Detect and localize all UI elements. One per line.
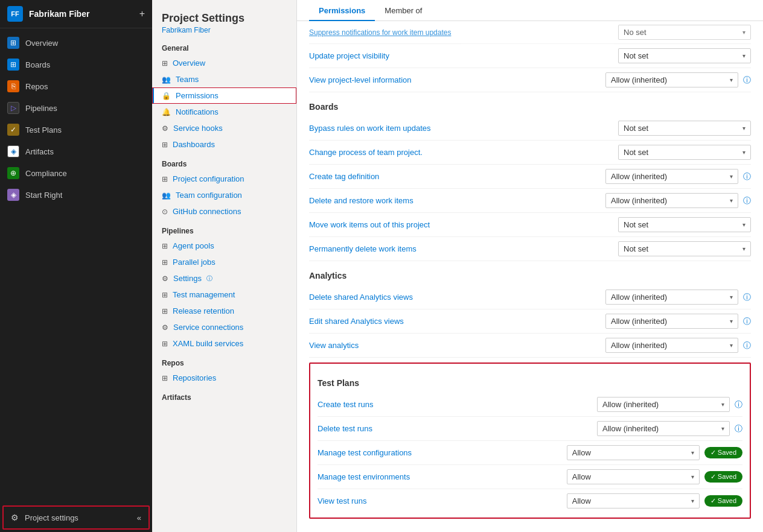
compliance-icon: ⊕: [7, 167, 19, 179]
middle-item-teams[interactable]: 👥 Teams: [152, 71, 296, 87]
perm-value-create-tag: Allow (inherited): [611, 172, 667, 181]
middle-item-projectconfig-label: Project configuration: [173, 174, 244, 183]
middle-item-agentpools[interactable]: ⊞ Agent pools: [152, 238, 296, 254]
middle-item-serviceconn[interactable]: ⚙ Service connections: [152, 319, 296, 335]
chevron-create-test-runs: ▾: [721, 401, 724, 408]
middle-item-releaseretention[interactable]: ⊞ Release retention: [152, 303, 296, 319]
perm-value-change-process: Not set: [624, 148, 648, 157]
chevron-delete-test-runs: ▾: [721, 425, 724, 432]
sidebar-item-label-repos: Repos: [25, 82, 48, 91]
perm-dropdown-manage-test-envs[interactable]: Allow ▾: [567, 469, 700, 484]
middle-item-overview[interactable]: ⊞ Overview: [152, 55, 296, 71]
info-icon-delete-restore[interactable]: ⓘ: [743, 195, 751, 206]
analytics-section-title: Analytics: [309, 261, 751, 285]
project-settings-subtitle: Fabrikam Fiber: [162, 26, 287, 34]
perm-value-view-test-runs: Allow: [572, 496, 591, 505]
perm-dropdown-delete-analytics[interactable]: Allow (inherited) ▾: [605, 290, 738, 305]
content-area: Suppress notifications for work item upd…: [297, 21, 763, 532]
chevron-perm-delete: ▾: [742, 245, 745, 252]
perm-dropdown-update-visibility[interactable]: Not set ▾: [618, 48, 751, 63]
tab-permissions[interactable]: Permissions: [309, 0, 375, 21]
middle-item-settings[interactable]: ⚙ Settings ⓘ: [152, 270, 296, 287]
middle-item-servicehooks-label: Service hooks: [173, 124, 223, 133]
sidebar-item-repos[interactable]: ⎘ Repos: [0, 75, 152, 97]
perm-dropdown-create-test-runs[interactable]: Allow (inherited) ▾: [597, 397, 730, 412]
info-icon-create-test-runs[interactable]: ⓘ: [735, 399, 742, 410]
top-cut-chevron: ▾: [742, 29, 745, 36]
middle-item-servicehooks[interactable]: ⚙ Service hooks: [152, 120, 296, 136]
project-settings-label: Project settings: [25, 513, 78, 522]
middle-item-testmgmt[interactable]: ⊞ Test management: [152, 287, 296, 303]
middle-item-xaml[interactable]: ⊞ XAML build services: [152, 335, 296, 352]
perm-row-delete-analytics: Delete shared Analytics views Allow (inh…: [309, 285, 751, 309]
perm-dropdown-change-process[interactable]: Not set ▾: [618, 145, 751, 160]
middle-item-permissions[interactable]: 🔒 Permissions: [152, 87, 296, 104]
perm-dropdown-delete-test-runs[interactable]: Allow (inherited) ▾: [597, 421, 730, 436]
perm-value-edit-analytics: Allow (inherited): [611, 317, 667, 326]
info-icon-view-project[interactable]: ⓘ: [743, 75, 751, 86]
perm-dropdown-view-test-runs[interactable]: Allow ▾: [567, 493, 700, 508]
sidebar-item-artifacts[interactable]: ◈ Artifacts: [0, 141, 152, 162]
sidebar-item-compliance[interactable]: ⊕ Compliance: [0, 162, 152, 184]
info-icon-create-tag[interactable]: ⓘ: [743, 171, 751, 182]
perm-label-move-work-items: Move work items out of this project: [309, 220, 613, 229]
middle-item-repositories[interactable]: ⊞ Repositories: [152, 370, 296, 386]
project-settings-button[interactable]: ⚙ Project settings «: [2, 505, 150, 530]
pipelinesettings-menu-icon: ⚙: [162, 274, 168, 283]
perm-dropdown-edit-analytics[interactable]: Allow (inherited) ▾: [605, 314, 738, 329]
perm-label-view-project-info: View project-level information: [309, 75, 601, 84]
sidebar-item-startright[interactable]: ◈ Start Right: [0, 184, 152, 206]
perm-label-perm-delete: Permanently delete work items: [309, 244, 613, 253]
section-artifacts: Artifacts: [152, 386, 296, 404]
perm-value-move-work-items: Not set: [624, 220, 648, 229]
perm-row-delete-restore: Delete and restore work items Allow (inh…: [309, 189, 751, 213]
perm-dropdown-view-analytics[interactable]: Allow (inherited) ▾: [605, 338, 738, 353]
sidebar-item-overview[interactable]: ⊞ Overview: [0, 32, 152, 54]
middle-item-repositories-label: Repositories: [173, 373, 216, 382]
perm-row-move-work-items: Move work items out of this project Not …: [309, 213, 751, 237]
top-cut-dropdown[interactable]: No set ▾: [618, 25, 751, 40]
middle-item-githubconn[interactable]: ⊙ GitHub connections: [152, 203, 296, 220]
middle-item-notifications[interactable]: 🔔 Notifications: [152, 104, 296, 120]
perm-dropdown-view-project-info[interactable]: Allow (inherited) ▾: [605, 72, 738, 87]
middle-item-teamconfig[interactable]: 👥 Team configuration: [152, 187, 296, 203]
startright-icon: ◈: [7, 189, 19, 201]
middle-item-serviceconn-label: Service connections: [173, 323, 243, 332]
info-icon-edit-analytics[interactable]: ⓘ: [743, 316, 751, 327]
sidebar-item-testplans[interactable]: ✓ Test Plans: [0, 119, 152, 141]
middle-item-paralleljobs[interactable]: ⊞ Parallel jobs: [152, 254, 296, 270]
perm-label-manage-test-configs: Manage test configurations: [318, 448, 562, 457]
middle-item-projectconfig[interactable]: ⊞ Project configuration: [152, 171, 296, 187]
perm-label-manage-test-envs: Manage test environments: [318, 472, 562, 481]
info-icon-delete-test-runs[interactable]: ⓘ: [735, 423, 742, 434]
info-icon-delete-analytics[interactable]: ⓘ: [743, 292, 751, 303]
perm-label-create-test-runs: Create test runs: [318, 400, 592, 409]
pipelines-icon: ▷: [7, 102, 19, 114]
perm-dropdown-move-work-items[interactable]: Not set ▾: [618, 217, 751, 232]
perm-dropdown-delete-restore[interactable]: Allow (inherited) ▾: [605, 193, 738, 208]
perm-value-bypass-rules: Not set: [624, 124, 648, 133]
tab-memberof[interactable]: Member of: [375, 0, 432, 21]
testplans-section: Test Plans Create test runs Allow (inher…: [309, 363, 751, 519]
section-boards: Boards: [152, 153, 296, 171]
perm-dropdown-bypass-rules[interactable]: Not set ▾: [618, 121, 751, 136]
nav-collapse-icon[interactable]: «: [137, 513, 141, 522]
perm-row-view-test-runs: View test runs Allow ▾ ✓ Saved: [318, 489, 742, 513]
perm-dropdown-manage-test-configs[interactable]: Allow ▾: [567, 445, 700, 460]
middle-item-dashboards[interactable]: ⊞ Dashboards: [152, 136, 296, 153]
settings-info-icon: ⓘ: [206, 274, 212, 283]
perm-label-delete-analytics: Delete shared Analytics views: [309, 293, 601, 302]
middle-item-settings-label: Settings: [173, 274, 202, 283]
middle-item-agentpools-label: Agent pools: [173, 241, 214, 250]
middle-item-xaml-label: XAML build services: [173, 339, 243, 348]
sidebar-item-pipelines[interactable]: ▷ Pipelines: [0, 97, 152, 119]
sidebar-item-boards[interactable]: ⊞ Boards: [0, 54, 152, 75]
releaseretention-menu-icon: ⊞: [162, 307, 168, 315]
perm-row-perm-delete: Permanently delete work items Not set ▾: [309, 237, 751, 261]
perm-dropdown-perm-delete[interactable]: Not set ▾: [618, 241, 751, 256]
middle-item-overview-label: Overview: [173, 59, 205, 68]
perm-label-update-visibility: Update project visibility: [309, 51, 613, 60]
perm-dropdown-create-tag[interactable]: Allow (inherited) ▾: [605, 169, 738, 184]
info-icon-view-analytics[interactable]: ⓘ: [743, 340, 751, 351]
add-project-button[interactable]: +: [139, 8, 145, 19]
